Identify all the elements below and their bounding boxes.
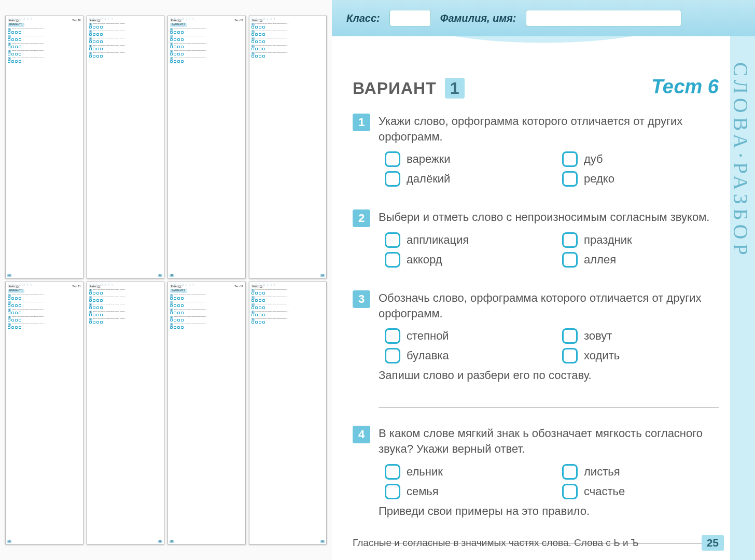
- title-row: ВАРИАНТ 1 Тест 6: [353, 76, 719, 98]
- checkbox-icon[interactable]: [562, 151, 578, 167]
- option-label: аппликация: [407, 233, 469, 247]
- checkbox-icon[interactable]: [562, 464, 578, 480]
- question-text: Обозначь слово, орфограмма которого отли…: [379, 290, 719, 321]
- checkbox-icon[interactable]: [562, 171, 578, 187]
- checkbox-icon[interactable]: [385, 328, 400, 344]
- option-label: ельник: [407, 465, 443, 479]
- question-number: 2: [353, 209, 370, 227]
- footer-topic: Гласные и согласные в значимых частях сл…: [353, 537, 639, 549]
- answer-option[interactable]: семья: [385, 484, 541, 499]
- variant-num: 1: [445, 78, 465, 99]
- write-line[interactable]: [379, 387, 719, 408]
- thumbnail[interactable]: А Б С D 2 3 4Класс ▢Тест 10ВАРИАНТ 21Воп…: [167, 16, 246, 278]
- checkbox-icon[interactable]: [562, 232, 578, 248]
- thumbnail[interactable]: А Б С D 2 3 4Класс ▢Тест 11ВАРИАНТ 11Воп…: [5, 282, 83, 544]
- question-text: Выбери и отметь слово с непроизносимым с…: [379, 209, 719, 225]
- answer-option[interactable]: зовут: [562, 328, 719, 344]
- name-label: Фамилия, имя:: [440, 12, 516, 24]
- option-label: листья: [584, 465, 620, 479]
- checkbox-icon[interactable]: [562, 484, 578, 499]
- answer-option[interactable]: аккорд: [385, 252, 541, 268]
- checkbox-icon[interactable]: [385, 484, 400, 499]
- question-number: 1: [353, 114, 370, 131]
- checkbox-icon[interactable]: [385, 151, 400, 167]
- thumbnail[interactable]: А Б С D 2 3 4Класс ▢Тест 10ВАРИАНТ 11Воп…: [5, 16, 83, 278]
- page-number: 25: [702, 535, 724, 551]
- answer-option[interactable]: дуб: [562, 151, 719, 167]
- question-text: Укажи слово, орфограмма которого отличае…: [379, 114, 719, 144]
- checkbox-icon[interactable]: [385, 232, 400, 248]
- question: 2 Выбери и отметь слово с непроизносимым…: [353, 209, 719, 273]
- answer-option[interactable]: ходить: [562, 348, 719, 363]
- checkbox-icon[interactable]: [385, 348, 400, 363]
- answer-option[interactable]: ельник: [385, 464, 541, 480]
- option-label: булавка: [407, 349, 449, 362]
- option-label: аллея: [584, 253, 616, 267]
- answer-option[interactable]: аллея: [562, 252, 719, 268]
- sub-instruction: Запиши слово и разбери его по составу.: [379, 369, 719, 382]
- checkbox-icon[interactable]: [562, 328, 578, 344]
- worksheet-page: Класс: Фамилия, имя: СЛОВА·РАЗБОР ВАРИАН…: [332, 0, 755, 560]
- question-number: 4: [353, 426, 370, 443]
- checkbox-icon[interactable]: [385, 252, 400, 268]
- header-wave: [332, 36, 755, 67]
- option-label: варежки: [407, 152, 451, 166]
- question: 1 Укажи слово, орфограмма которого отлич…: [353, 114, 719, 192]
- klass-field[interactable]: [389, 10, 431, 26]
- option-label: семья: [407, 485, 439, 498]
- thumbnail[interactable]: А Б С D 2 3 4Класс ▢1Вопрос текста теста…: [87, 282, 165, 544]
- question-text: В каком слове мягкий знак ь обозначает м…: [379, 426, 719, 456]
- sub-instruction: Приведи свои примеры на это правило.: [379, 505, 719, 518]
- checkbox-icon[interactable]: [562, 348, 578, 363]
- option-label: дуб: [584, 152, 603, 166]
- klass-label: Класс:: [346, 12, 380, 24]
- variant-word: ВАРИАНТ: [353, 79, 437, 97]
- thumbnail[interactable]: А Б С D 2 3 4Класс ▢1Вопрос текста теста…: [87, 16, 165, 278]
- option-label: далёкий: [407, 172, 450, 186]
- answer-option[interactable]: варежки: [385, 151, 541, 167]
- answer-option[interactable]: редко: [562, 171, 719, 187]
- option-label: аккорд: [407, 253, 442, 267]
- header-band: Класс: Фамилия, имя:: [332, 0, 755, 36]
- question-number: 3: [353, 290, 370, 308]
- name-field[interactable]: [526, 10, 681, 26]
- thumbnail[interactable]: А Б С D 2 3 4Класс ▢Тест 11ВАРИАНТ 21Воп…: [167, 282, 246, 544]
- checkbox-icon[interactable]: [562, 252, 578, 268]
- option-label: счастье: [584, 485, 625, 498]
- answer-option[interactable]: далёкий: [385, 171, 541, 187]
- question: 3 Обозначь слово, орфограмма которого от…: [353, 290, 719, 408]
- answer-option[interactable]: аппликация: [385, 232, 541, 248]
- option-label: редко: [584, 172, 614, 186]
- answer-option[interactable]: степной: [385, 328, 541, 344]
- answer-option[interactable]: булавка: [385, 348, 541, 363]
- answer-option[interactable]: праздник: [562, 232, 719, 248]
- page-footer: Гласные и согласные в значимых частях сл…: [353, 535, 724, 551]
- option-label: ходить: [584, 349, 620, 362]
- option-label: зовут: [584, 329, 612, 343]
- option-label: степной: [407, 329, 449, 343]
- thumbnail-grid: А Б С D 2 3 4Класс ▢Тест 10ВАРИАНТ 11Воп…: [0, 0, 332, 560]
- margin-doodle: СЛОВА·РАЗБОР: [729, 62, 753, 259]
- question: 4 В каком слове мягкий знак ь обозначает…: [353, 426, 719, 543]
- option-label: праздник: [584, 233, 632, 247]
- answer-option[interactable]: счастье: [562, 484, 719, 499]
- variant-label: ВАРИАНТ 1: [353, 79, 465, 98]
- checkbox-icon[interactable]: [385, 464, 400, 480]
- thumbnail[interactable]: А Б С D 2 3 4Класс ▢1Вопрос текста теста…: [249, 16, 327, 278]
- thumbnail[interactable]: А Б С D 2 3 4Класс ▢1Вопрос текста теста…: [249, 282, 327, 544]
- answer-option[interactable]: листья: [562, 464, 719, 480]
- test-label: Тест 6: [651, 76, 719, 98]
- page-body: ВАРИАНТ 1 Тест 6 1 Укажи слово, орфограм…: [332, 67, 755, 560]
- checkbox-icon[interactable]: [385, 171, 400, 187]
